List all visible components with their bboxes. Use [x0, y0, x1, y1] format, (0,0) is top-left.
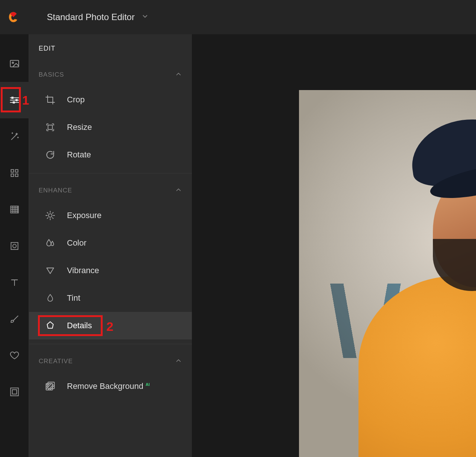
svg-rect-8: [11, 170, 13, 172]
svg-rect-25: [12, 390, 17, 394]
rail-item-magic[interactable]: [0, 118, 29, 155]
svg-rect-11: [15, 174, 18, 176]
section-items-creative: Remove BackgroundAI: [29, 373, 192, 400]
section-title-creative: CREATIVE: [39, 358, 73, 365]
tint-icon: [44, 292, 57, 304]
tool-label: Resize: [67, 122, 92, 132]
tool-exposure[interactable]: Exposure: [29, 202, 192, 229]
svg-rect-0: [10, 60, 19, 67]
tool-tint[interactable]: Tint: [29, 284, 192, 312]
rail-item-text[interactable]: [0, 264, 29, 301]
tool-vibrance[interactable]: Vibrance: [29, 257, 192, 284]
tool-rotate[interactable]: Rotate: [29, 141, 192, 169]
tool-color[interactable]: Color: [29, 229, 192, 257]
exposure-icon: [44, 209, 57, 222]
rail-item-edit[interactable]: 1: [0, 82, 29, 118]
app-title: Standard Photo Editor: [47, 12, 135, 22]
svg-rect-5: [12, 97, 13, 99]
rail-item-image[interactable]: [0, 45, 29, 82]
rail-item-heart[interactable]: [0, 337, 29, 374]
svg-rect-9: [15, 170, 18, 172]
svg-rect-20: [11, 243, 18, 250]
edit-panel: EDIT BASICS Crop Resize: [29, 34, 192, 457]
tool-label: Color: [67, 238, 87, 248]
svg-point-1: [12, 62, 13, 64]
tool-remove-background[interactable]: Remove BackgroundAI: [29, 373, 192, 400]
chevron-up-icon: [175, 357, 182, 366]
remove-background-icon: [44, 380, 57, 393]
svg-rect-39: [48, 382, 55, 389]
vibrance-icon: [44, 264, 57, 277]
tool-label: Tint: [67, 293, 80, 303]
section-header-creative[interactable]: CREATIVE: [29, 346, 192, 373]
divider: [29, 173, 192, 173]
svg-point-21: [13, 244, 16, 247]
rail-item-grid[interactable]: [0, 155, 29, 191]
brush-icon: [9, 314, 20, 324]
svg-line-34: [47, 218, 48, 218]
crop-icon: [44, 93, 57, 106]
topbar: Standard Photo Editor: [0, 0, 476, 34]
chevron-up-icon: [175, 186, 182, 195]
frame-icon: [9, 387, 20, 397]
app-title-dropdown[interactable]: Standard Photo Editor: [47, 12, 149, 22]
section-items-basics: Crop Resize Rotate: [29, 86, 192, 169]
divider: [29, 344, 192, 344]
ai-badge: AI: [145, 382, 149, 387]
svg-marker-37: [47, 322, 53, 329]
rail-item-brush[interactable]: [0, 301, 29, 337]
svg-rect-24: [10, 388, 18, 396]
main: 1: [0, 34, 476, 457]
magic-wand-icon: [9, 131, 20, 142]
svg-marker-36: [47, 268, 54, 274]
circle-icon: [9, 241, 20, 251]
resize-icon: [44, 121, 57, 134]
svg-rect-10: [11, 174, 13, 176]
tool-label-text: Remove Background: [67, 381, 143, 391]
tool-resize[interactable]: Resize: [29, 114, 192, 141]
annotation-label-2: 2: [106, 319, 113, 334]
svg-rect-26: [48, 125, 52, 130]
color-icon: [44, 237, 57, 249]
tool-label: Exposure: [67, 211, 102, 220]
tool-details[interactable]: Details 2: [29, 312, 192, 339]
tool-label: Details: [67, 321, 92, 330]
canvas[interactable]: [192, 34, 476, 457]
tool-label: Rotate: [67, 150, 91, 160]
rotate-icon: [44, 148, 57, 161]
svg-rect-6: [16, 99, 17, 101]
svg-line-32: [47, 212, 48, 213]
heart-icon: [9, 350, 20, 361]
tool-label: Crop: [67, 95, 85, 105]
svg-point-27: [48, 214, 52, 217]
section-title-enhance: ENHANCE: [39, 187, 72, 194]
logo-icon: [7, 11, 20, 23]
section-items-enhance: Exposure Color Vibrance Tint: [29, 202, 192, 339]
section-title-basics: BASICS: [39, 71, 64, 79]
sliders-icon: [9, 95, 20, 106]
section-header-basics[interactable]: BASICS: [29, 55, 192, 86]
tool-crop[interactable]: Crop: [29, 86, 192, 114]
app-logo: [6, 10, 21, 25]
rail-item-frame[interactable]: [0, 374, 29, 410]
tool-label: Vibrance: [67, 266, 99, 275]
grid-icon: [9, 168, 20, 178]
text-icon: [9, 277, 20, 288]
svg-line-35: [52, 212, 53, 213]
rail-item-pixels[interactable]: [0, 191, 29, 228]
panel-title: EDIT: [29, 34, 192, 55]
rail-item-circle[interactable]: [0, 228, 29, 264]
pixel-grid-icon: [9, 204, 20, 215]
image-icon: [9, 58, 20, 69]
tool-label: Remove BackgroundAI: [67, 381, 149, 391]
svg-rect-7: [13, 102, 15, 103]
image-preview: [299, 90, 476, 457]
svg-line-33: [52, 218, 53, 218]
annotation-label-1: 1: [22, 93, 29, 108]
chevron-up-icon: [175, 70, 182, 79]
tool-rail: 1: [0, 34, 29, 457]
chevron-down-icon: [141, 13, 149, 22]
section-header-enhance[interactable]: ENHANCE: [29, 175, 192, 202]
details-icon: [44, 319, 57, 332]
